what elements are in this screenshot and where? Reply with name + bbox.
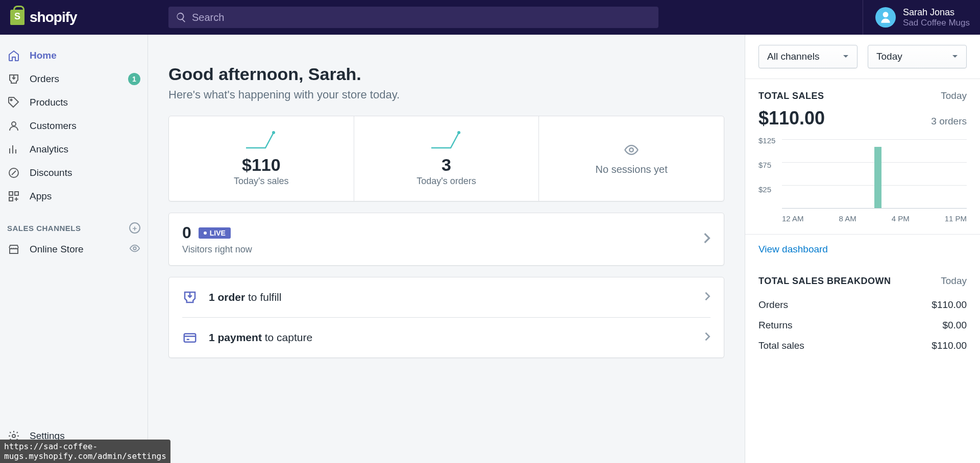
tag-icon <box>7 96 20 109</box>
section-title: TOTAL SALES BREAKDOWN <box>758 276 891 287</box>
channels-title: SALES CHANNELS <box>7 224 81 233</box>
empty-text: No sessions yet <box>596 164 668 175</box>
total-sales-section: TOTAL SALES Today $110.00 3 orders $125 … <box>745 79 980 235</box>
bars-icon <box>7 143 20 156</box>
total-amount: $110.00 <box>758 108 825 129</box>
sidebar: Home Orders 1 Products Customers Analyti… <box>0 35 148 463</box>
discount-icon <box>7 166 20 179</box>
svg-point-10 <box>629 148 633 152</box>
caret-down-icon <box>952 55 958 59</box>
nav-online-store[interactable]: Online Store <box>0 238 148 261</box>
chevron-right-icon <box>704 332 710 343</box>
svg-rect-5 <box>9 197 13 201</box>
bar <box>874 147 881 208</box>
sparkline-icon <box>245 131 278 149</box>
task-capture[interactable]: 1 payment to capture <box>182 318 710 357</box>
view-dashboard-link[interactable]: View dashboard <box>745 235 980 264</box>
filters: All channels Today <box>745 35 980 79</box>
nav-label: Discounts <box>30 167 72 178</box>
card-orders[interactable]: 3 Today's orders <box>354 116 540 201</box>
card-value: $110 <box>179 155 344 175</box>
nav-label: Analytics <box>30 144 68 155</box>
url-tooltip: https://sad-coffee-mugs.myshopify.com/ad… <box>0 440 170 463</box>
card-value: 3 <box>364 155 529 175</box>
fulfill-icon <box>182 290 198 305</box>
nav-label: Orders <box>30 73 59 85</box>
section-title: TOTAL SALES <box>758 91 824 101</box>
card-sales[interactable]: $110 Today's sales <box>169 116 354 201</box>
nav-home[interactable]: Home <box>0 44 148 67</box>
period-dropdown[interactable]: Today <box>868 45 967 68</box>
logo-text: shopify <box>30 9 77 25</box>
svg-point-7 <box>12 434 15 438</box>
user-name: Sarah Jonas <box>903 7 970 18</box>
y-axis-labels: $125 $75 $25 <box>758 136 775 210</box>
live-visitors-card[interactable]: 0 LIVE Visitors right now <box>168 213 724 266</box>
live-value: 0 <box>182 223 191 242</box>
logo[interactable]: shopify <box>10 9 148 25</box>
channels-header: SALES CHANNELS + <box>0 222 148 238</box>
task-text: 1 order to fulfill <box>209 291 281 303</box>
inbox-icon <box>7 72 20 86</box>
view-store-icon[interactable] <box>129 243 140 256</box>
store-name: Sad Coffee Mugs <box>903 18 970 28</box>
card-label: Today's orders <box>364 176 529 187</box>
search-bar[interactable] <box>168 7 658 28</box>
svg-rect-3 <box>9 192 13 195</box>
dropdown-label: All channels <box>767 51 819 62</box>
nav-analytics[interactable]: Analytics <box>0 138 148 161</box>
profile-menu[interactable]: Sarah Jonas Sad Coffee Mugs <box>863 0 970 35</box>
svg-rect-4 <box>15 192 18 195</box>
summary-cards: $110 Today's sales 3 Today's orders No s… <box>168 116 724 201</box>
apps-icon <box>7 190 20 203</box>
card-sessions[interactable]: No sessions yet <box>539 116 724 201</box>
channel-dropdown[interactable]: All channels <box>758 45 857 68</box>
section-period: Today <box>941 90 967 101</box>
svg-rect-11 <box>184 334 196 342</box>
svg-point-8 <box>272 131 275 134</box>
breakdown-row: Returns$0.00 <box>758 315 967 336</box>
svg-point-6 <box>133 247 136 250</box>
dropdown-label: Today <box>876 51 902 62</box>
breakdown-section: TOTAL SALES BREAKDOWN Today Orders$110.0… <box>745 264 980 367</box>
eye-icon <box>624 142 639 158</box>
task-text: 1 payment to capture <box>209 331 312 344</box>
svg-point-0 <box>11 99 12 101</box>
live-label: Visitors right now <box>182 244 252 255</box>
plot-area <box>782 139 967 209</box>
chevron-right-icon <box>704 292 710 303</box>
search-wrap <box>148 7 850 28</box>
store-icon <box>7 243 20 256</box>
svg-point-9 <box>457 131 460 134</box>
task-fulfill[interactable]: 1 order to fulfill <box>182 277 710 318</box>
sales-chart: $125 $75 $25 12 AM 8 AM 4 PM 11 PM <box>758 136 967 223</box>
nav-orders[interactable]: Orders 1 <box>0 67 148 91</box>
section-period: Today <box>941 275 967 287</box>
nav-customers[interactable]: Customers <box>0 114 148 138</box>
search-icon <box>176 12 187 23</box>
nav-label: Apps <box>30 191 52 202</box>
home-icon <box>7 49 20 62</box>
tasks-card: 1 order to fulfill 1 payment to capture <box>168 277 724 358</box>
orders-count: 3 orders <box>931 116 967 127</box>
avatar <box>875 7 896 28</box>
payment-icon <box>182 330 198 345</box>
sub-greeting: Here's what's happening with your store … <box>168 88 724 101</box>
caret-down-icon <box>843 55 849 59</box>
chevron-right-icon <box>703 233 710 246</box>
breakdown-row: Total sales$110.00 <box>758 336 967 356</box>
sparkline-icon <box>430 131 463 149</box>
card-label: Today's sales <box>179 176 344 187</box>
add-channel-icon[interactable]: + <box>129 222 140 234</box>
badge: 1 <box>128 73 140 85</box>
nav-products[interactable]: Products <box>0 91 148 114</box>
main-content: Good afternoon, Sarah. Here's what's hap… <box>148 35 745 463</box>
nav-apps[interactable]: Apps <box>0 185 148 208</box>
nav-label: Online Store <box>30 244 84 255</box>
greeting: Good afternoon, Sarah. <box>168 64 724 84</box>
x-axis-labels: 12 AM 8 AM 4 PM 11 PM <box>782 214 967 223</box>
search-input[interactable] <box>192 12 651 23</box>
live-badge: LIVE <box>199 227 231 239</box>
nav-label: Home <box>30 50 57 61</box>
nav-discounts[interactable]: Discounts <box>0 161 148 185</box>
